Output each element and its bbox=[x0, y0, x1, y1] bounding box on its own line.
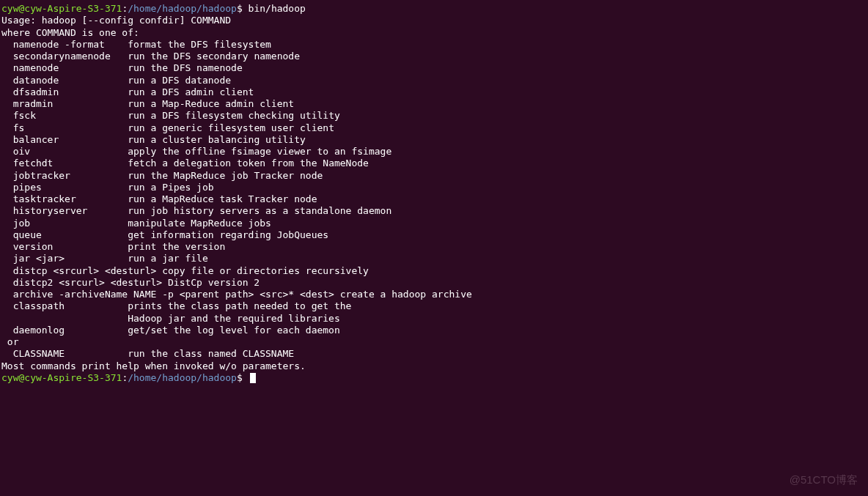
prompt-line-1: cyw@cyw-Aspire-S3-371:/home/hadoop/hadoo… bbox=[1, 3, 867, 15]
command-name: version bbox=[1, 241, 53, 252]
command-name: fs bbox=[1, 122, 24, 133]
command-row: fs run a generic filesystem user client bbox=[1, 122, 867, 134]
distcp-line: distcp <srcurl> <desturl> copy file or d… bbox=[1, 265, 867, 277]
command-pad bbox=[59, 134, 128, 145]
command-desc: run a DFS datanode bbox=[128, 75, 231, 86]
command-pad bbox=[105, 39, 128, 50]
command-name: jar <jar> bbox=[1, 253, 65, 264]
command-pad bbox=[76, 193, 128, 204]
command-desc: run a cluster balancing utility bbox=[128, 134, 306, 145]
terminal-output[interactable]: cyw@cyw-Aspire-S3-371:/home/hadoop/hadoo… bbox=[1, 3, 867, 384]
command-desc: run the DFS secondary namenode bbox=[128, 51, 300, 62]
command-desc: run a generic filesystem user client bbox=[128, 122, 334, 133]
command-row: secondarynamenode run the DFS secondary … bbox=[1, 51, 867, 62]
command-desc: manipulate MapReduce jobs bbox=[128, 218, 271, 229]
command-pad bbox=[42, 182, 128, 193]
command-row: historyserver run job history servers as… bbox=[1, 205, 867, 217]
command-row: jobtracker run the MapReduce job Tracker… bbox=[1, 170, 867, 182]
command-pad bbox=[30, 146, 128, 157]
command-name: oiv bbox=[1, 146, 30, 157]
command-desc: run a Map-Reduce admin client bbox=[128, 98, 294, 109]
command-desc: run a jar file bbox=[128, 253, 208, 264]
command-row: fetchdt fetch a delegation token from th… bbox=[1, 158, 867, 169]
command-name: namenode bbox=[1, 62, 59, 73]
classpath-line-2: Hadoop jar and the required libraries bbox=[1, 313, 867, 325]
command-desc: run the MapReduce job Tracker node bbox=[128, 170, 323, 181]
command-name: job bbox=[1, 218, 30, 229]
prompt-path: /home/hadoop/hadoop bbox=[128, 372, 237, 383]
prompt-symbol: $ bbox=[237, 3, 249, 14]
command-row: datanode run a DFS datanode bbox=[1, 75, 867, 86]
command-row: fsck run a DFS filesystem checking utili… bbox=[1, 110, 867, 122]
classpath-line-1: classpath prints the class path needed t… bbox=[1, 300, 867, 312]
classname-line: CLASSNAME run the class named CLASSNAME bbox=[1, 348, 867, 360]
command-row: namenode run the DFS namenode bbox=[1, 62, 867, 74]
command-desc: apply the offline fsimage viewer to an f… bbox=[128, 146, 391, 157]
command-name: mradmin bbox=[1, 98, 53, 109]
command-name: secondarynamenode bbox=[1, 51, 111, 62]
command-desc: run a DFS admin client bbox=[128, 86, 254, 97]
command-row: dfsadmin run a DFS admin client bbox=[1, 86, 867, 98]
command-row: jar <jar> run a jar file bbox=[1, 253, 867, 264]
command-desc: fetch a delegation token from the NameNo… bbox=[128, 158, 369, 169]
command-pad bbox=[42, 229, 128, 240]
command-desc: run a MapReduce task Tracker node bbox=[128, 193, 317, 204]
command-pad bbox=[30, 218, 128, 229]
command-row: queue get information regarding JobQueue… bbox=[1, 229, 867, 241]
command-name: namenode -format bbox=[1, 39, 105, 50]
prompt-user: cyw@cyw-Aspire-S3-371 bbox=[1, 372, 122, 383]
usage-line: Usage: hadoop [--config confdir] COMMAND bbox=[1, 15, 867, 26]
command-name: pipes bbox=[1, 182, 42, 193]
command-name: datanode bbox=[1, 75, 59, 86]
prompt-line-2[interactable]: cyw@cyw-Aspire-S3-371:/home/hadoop/hadoo… bbox=[1, 372, 867, 384]
or-line: or bbox=[1, 336, 867, 348]
command-pad bbox=[87, 205, 128, 216]
command-name: jobtracker bbox=[1, 170, 70, 181]
command-row: oiv apply the offline fsimage viewer to … bbox=[1, 146, 867, 158]
command-pad bbox=[70, 170, 128, 181]
command-row: mradmin run a Map-Reduce admin client bbox=[1, 98, 867, 110]
daemonlog-line: daemonlog get/set the log level for each… bbox=[1, 325, 867, 336]
command-name: tasktracker bbox=[1, 193, 76, 204]
command-desc: run a DFS filesystem checking utility bbox=[128, 110, 340, 121]
command-input: bin/hadoop bbox=[249, 3, 306, 14]
where-line: where COMMAND is one of: bbox=[1, 27, 867, 39]
archive-line: archive -archiveName NAME -p <parent pat… bbox=[1, 289, 867, 300]
command-desc: run a Pipes job bbox=[128, 182, 213, 193]
command-desc: get information regarding JobQueues bbox=[128, 229, 328, 240]
command-pad bbox=[53, 158, 128, 169]
command-pad bbox=[53, 98, 128, 109]
command-name: historyserver bbox=[1, 205, 87, 216]
command-pad bbox=[36, 110, 128, 121]
command-row: balancer run a cluster balancing utility bbox=[1, 134, 867, 146]
command-desc: format the DFS filesystem bbox=[128, 39, 271, 50]
command-name: fsck bbox=[1, 110, 36, 121]
command-row: job manipulate MapReduce jobs bbox=[1, 218, 867, 229]
cursor-icon bbox=[250, 373, 256, 383]
command-pad bbox=[24, 122, 128, 133]
command-row: tasktracker run a MapReduce task Tracker… bbox=[1, 193, 867, 205]
watermark: @51CTO博客 bbox=[790, 473, 858, 487]
command-pad bbox=[59, 75, 128, 86]
prompt-symbol: $ bbox=[237, 372, 249, 383]
footer-line: Most commands print help when invoked w/… bbox=[1, 360, 867, 372]
command-name: fetchdt bbox=[1, 158, 53, 169]
command-pad bbox=[65, 253, 128, 264]
command-row: namenode -format format the DFS filesyst… bbox=[1, 39, 867, 51]
prompt-path: /home/hadoop/hadoop bbox=[128, 3, 237, 14]
command-desc: run job history servers as a standalone … bbox=[128, 205, 391, 216]
command-row: pipes run a Pipes job bbox=[1, 182, 867, 193]
command-pad bbox=[59, 86, 128, 97]
command-pad bbox=[53, 241, 128, 252]
command-desc: print the version bbox=[128, 241, 225, 252]
commands-list: namenode -format format the DFS filesyst… bbox=[1, 39, 867, 265]
command-name: balancer bbox=[1, 134, 59, 145]
command-pad bbox=[59, 62, 128, 73]
command-row: version print the version bbox=[1, 241, 867, 253]
prompt-user: cyw@cyw-Aspire-S3-371 bbox=[1, 3, 122, 14]
command-name: dfsadmin bbox=[1, 86, 59, 97]
distcp2-line: distcp2 <srcurl> <desturl> DistCp versio… bbox=[1, 277, 867, 289]
command-desc: run the DFS namenode bbox=[128, 62, 243, 73]
command-pad bbox=[111, 51, 128, 62]
command-name: queue bbox=[1, 229, 42, 240]
